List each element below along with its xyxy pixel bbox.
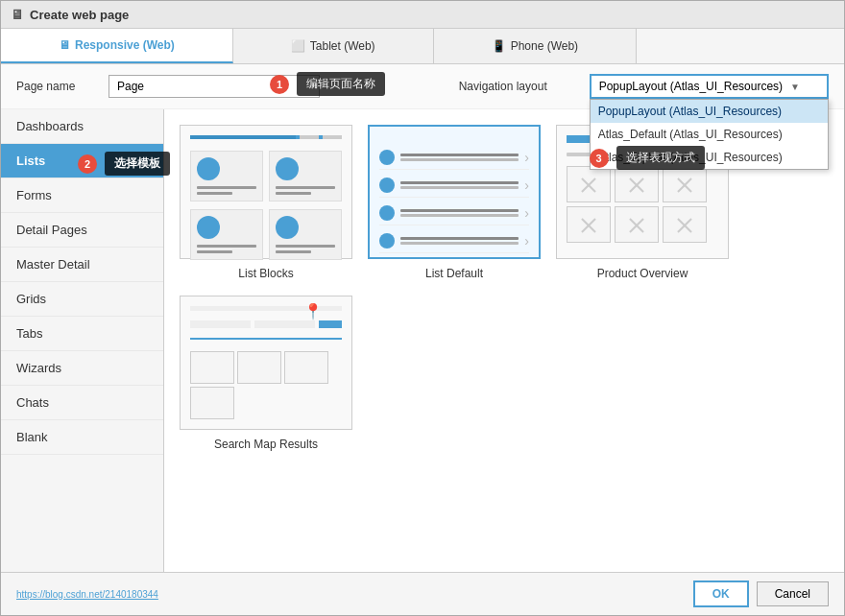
nav-option-0[interactable]: PopupLayout (Atlas_UI_Resources) xyxy=(591,100,828,123)
callout-text-2: 选择模板 xyxy=(105,152,170,176)
annotation-3: 3 选择表现方式 xyxy=(590,146,705,170)
sidebar-item-dashboards[interactable]: Dashboards xyxy=(1,109,163,144)
pin-icon: 📍 xyxy=(303,302,323,320)
sidebar-item-forms[interactable]: Forms xyxy=(1,178,163,213)
nav-layout-value: PopupLayout (Atlas_UI_Resources) xyxy=(599,80,783,93)
template-label-list-blocks: List Blocks xyxy=(238,267,293,280)
sidebar-item-chats[interactable]: Chats xyxy=(1,386,163,420)
tab-phone-label: Phone (Web) xyxy=(511,39,578,53)
callout-2: 2 xyxy=(78,154,97,174)
callout-3: 3 xyxy=(590,149,609,168)
arrow-icon-3: › xyxy=(524,205,529,221)
tab-responsive[interactable]: 🖥 Responsive (Web) xyxy=(1,29,233,63)
nav-option-1[interactable]: Atlas_Default (Atlas_UI_Resources) xyxy=(591,123,828,146)
create-webpage-dialog: 🖥 Create web page 🖥 Responsive (Web) ⬜ T… xyxy=(0,0,845,616)
tab-phone[interactable]: 📱 Phone (Web) xyxy=(434,29,637,63)
sidebar: Dashboards Lists 2 选择模板 Forms Detail Pag… xyxy=(1,109,164,572)
template-label-list-default: List Default xyxy=(425,267,483,280)
footer: https://blog.csdn.net/2140180344 OK Canc… xyxy=(1,572,844,615)
phone-tab-icon: 📱 xyxy=(492,39,506,53)
title-bar: 🖥 Create web page xyxy=(1,1,844,29)
tab-tablet-label: Tablet (Web) xyxy=(310,39,375,53)
callout-text-3: 选择表现方式 xyxy=(616,146,705,170)
page-name-label: Page name xyxy=(16,80,93,93)
template-preview-list-default: › › xyxy=(368,125,541,259)
tab-responsive-label: Responsive (Web) xyxy=(75,38,175,52)
callout-text-1: 编辑页面名称 xyxy=(297,72,385,96)
tablet-tab-icon: ⬜ xyxy=(291,39,305,53)
tabs-bar: 🖥 Responsive (Web) ⬜ Tablet (Web) 📱 Phon… xyxy=(1,29,844,64)
monitor-icon: 🖥 xyxy=(11,7,24,22)
sidebar-item-lists[interactable]: Lists 2 选择模板 xyxy=(1,144,163,178)
cancel-button[interactable]: Cancel xyxy=(757,581,829,606)
callout-1: 1 xyxy=(270,75,289,94)
annotation-1: 1 编辑页面名称 xyxy=(270,72,385,96)
sidebar-item-blank[interactable]: Blank xyxy=(1,420,163,455)
arrow-icon-1: › xyxy=(524,150,529,165)
template-label-search-map-results: Search Map Results xyxy=(214,438,318,451)
template-preview-search-map-results: 📍 xyxy=(180,296,352,430)
tab-tablet[interactable]: ⬜ Tablet (Web) xyxy=(233,29,434,63)
arrow-icon-2: › xyxy=(524,178,529,193)
templates-grid: List Blocks › xyxy=(180,125,829,451)
form-row: Page name 1 编辑页面名称 Navigation layout Pop… xyxy=(1,64,844,109)
content-area: Dashboards Lists 2 选择模板 Forms Detail Pag… xyxy=(1,109,844,572)
template-search-map-results[interactable]: 📍 xyxy=(180,296,352,451)
annotation-2: 2 选择模板 xyxy=(78,152,170,176)
sidebar-item-master-detail[interactable]: Master Detail xyxy=(1,248,163,282)
nav-layout-select-wrapper: PopupLayout (Atlas_UI_Resources) ▼ Popup… xyxy=(590,74,829,99)
template-list-blocks[interactable]: List Blocks xyxy=(180,125,352,280)
sidebar-item-detail-pages[interactable]: Detail Pages xyxy=(1,213,163,248)
arrow-icon-4: › xyxy=(524,233,529,249)
nav-layout-label: Navigation layout xyxy=(459,80,574,93)
sidebar-item-grids[interactable]: Grids xyxy=(1,282,163,317)
sidebar-item-tabs[interactable]: Tabs xyxy=(1,317,163,351)
ok-button[interactable]: OK xyxy=(693,580,749,607)
monitor-tab-icon: 🖥 xyxy=(59,38,70,52)
sidebar-item-wizards[interactable]: Wizards xyxy=(1,351,163,386)
dialog-title: Create web page xyxy=(30,8,129,22)
template-preview-list-blocks xyxy=(180,125,352,259)
nav-layout-select[interactable]: PopupLayout (Atlas_UI_Resources) ▼ xyxy=(590,74,829,99)
url-bar: https://blog.csdn.net/2140180344 xyxy=(16,589,158,600)
template-list-default[interactable]: › › xyxy=(368,125,541,280)
template-label-product-overview: Product Overview xyxy=(597,267,688,280)
chevron-down-icon: ▼ xyxy=(790,82,800,92)
templates-area: List Blocks › xyxy=(164,109,844,572)
